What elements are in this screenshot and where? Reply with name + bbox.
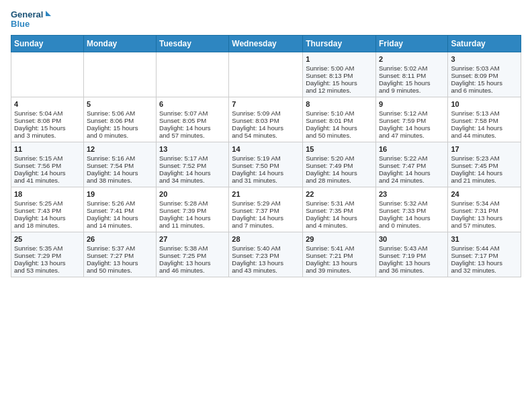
calendar-cell: 7Sunrise: 5:09 AMSunset: 8:03 PMDaylight…	[229, 97, 303, 142]
day-info: Sunrise: 5:16 AM	[87, 154, 153, 162]
day-number: 11	[14, 145, 81, 153]
day-info: Sunset: 7:37 PM	[232, 207, 300, 214]
day-info: Sunrise: 5:09 AM	[232, 109, 300, 117]
calendar-cell: 4Sunrise: 5:04 AMSunset: 8:08 PMDaylight…	[11, 97, 84, 142]
day-info: Sunset: 7:19 PM	[379, 252, 445, 259]
calendar-cell: 31Sunrise: 5:44 AMSunset: 7:17 PMDayligh…	[448, 232, 521, 277]
day-info: Daylight: 14 hours	[379, 214, 445, 222]
day-info: Daylight: 14 hours	[14, 169, 81, 177]
header: General Blue	[11, 8, 521, 31]
day-number: 14	[232, 145, 300, 153]
day-info: Daylight: 15 hours	[306, 79, 373, 87]
svg-text:Blue: Blue	[11, 19, 30, 29]
calendar-cell	[157, 52, 229, 97]
day-info: Sunset: 7:21 PM	[306, 252, 373, 259]
day-info: Sunrise: 5:17 AM	[159, 154, 226, 162]
day-info: Sunrise: 5:06 AM	[87, 109, 153, 117]
day-info: and 31 minutes.	[232, 177, 300, 184]
day-info: Sunset: 7:47 PM	[379, 162, 445, 169]
day-info: and 0 minutes.	[87, 132, 153, 139]
calendar-cell: 19Sunrise: 5:26 AMSunset: 7:41 PMDayligh…	[83, 187, 156, 232]
calendar-cell: 12Sunrise: 5:16 AMSunset: 7:54 PMDayligh…	[83, 142, 156, 187]
day-number: 12	[87, 145, 153, 153]
day-number: 29	[306, 235, 373, 243]
day-info: Sunrise: 5:34 AM	[451, 199, 518, 207]
calendar-cell: 6Sunrise: 5:07 AMSunset: 8:05 PMDaylight…	[157, 97, 229, 142]
day-info: Sunrise: 5:41 AM	[306, 244, 373, 252]
calendar-cell: 8Sunrise: 5:10 AMSunset: 8:01 PMDaylight…	[303, 97, 376, 142]
day-info: Sunset: 8:13 PM	[306, 72, 373, 79]
day-info: Sunset: 7:25 PM	[159, 252, 226, 259]
day-info: Daylight: 14 hours	[306, 169, 373, 177]
day-info: Daylight: 13 hours	[451, 214, 518, 222]
day-info: and 3 minutes.	[14, 132, 81, 139]
calendar-header-wednesday: Wednesday	[229, 36, 303, 52]
day-info: and 18 minutes.	[14, 222, 81, 229]
day-info: and 54 minutes.	[232, 132, 300, 139]
day-info: Sunrise: 5:44 AM	[451, 244, 518, 252]
day-info: Sunset: 7:52 PM	[159, 162, 226, 169]
day-info: Daylight: 14 hours	[451, 124, 518, 132]
day-info: Sunrise: 5:10 AM	[306, 109, 373, 117]
day-info: Sunrise: 5:37 AM	[87, 244, 153, 252]
calendar-cell: 11Sunrise: 5:15 AMSunset: 7:56 PMDayligh…	[11, 142, 84, 187]
day-info: Sunrise: 5:00 AM	[306, 64, 373, 72]
day-info: Sunset: 7:35 PM	[306, 207, 373, 214]
day-info: Sunset: 7:45 PM	[451, 162, 518, 169]
day-info: Sunrise: 5:43 AM	[379, 244, 445, 252]
day-info: Sunset: 7:17 PM	[451, 252, 518, 259]
day-info: and 46 minutes.	[159, 267, 226, 274]
day-info: Sunset: 7:33 PM	[379, 207, 445, 214]
logo-icon: General Blue	[11, 8, 51, 31]
day-info: Daylight: 14 hours	[232, 214, 300, 222]
day-info: Sunrise: 5:38 AM	[159, 244, 226, 252]
day-info: Sunset: 8:06 PM	[87, 117, 153, 124]
calendar-header-row: SundayMondayTuesdayWednesdayThursdayFrid…	[11, 36, 521, 52]
calendar-week-3: 11Sunrise: 5:15 AMSunset: 7:56 PMDayligh…	[11, 142, 521, 187]
day-info: Sunrise: 5:28 AM	[159, 199, 226, 207]
day-info: Daylight: 13 hours	[159, 259, 226, 267]
day-info: Daylight: 15 hours	[14, 124, 81, 132]
day-info: and 32 minutes.	[451, 267, 518, 274]
calendar: SundayMondayTuesdayWednesdayThursdayFrid…	[11, 35, 521, 277]
day-info: and 34 minutes.	[159, 177, 226, 184]
day-info: Sunset: 7:58 PM	[451, 117, 518, 124]
calendar-cell: 1Sunrise: 5:00 AMSunset: 8:13 PMDaylight…	[303, 52, 376, 97]
day-info: Sunset: 7:49 PM	[306, 162, 373, 169]
calendar-cell: 13Sunrise: 5:17 AMSunset: 7:52 PMDayligh…	[157, 142, 229, 187]
day-info: and 4 minutes.	[306, 222, 373, 229]
day-info: Daylight: 13 hours	[14, 259, 81, 267]
day-number: 1	[306, 55, 373, 63]
day-info: Sunrise: 5:25 AM	[14, 199, 81, 207]
day-number: 24	[451, 190, 518, 198]
day-info: Sunrise: 5:22 AM	[379, 154, 445, 162]
day-info: Sunset: 8:01 PM	[306, 117, 373, 124]
day-info: Daylight: 14 hours	[159, 169, 226, 177]
day-info: Sunrise: 5:23 AM	[451, 154, 518, 162]
day-info: and 7 minutes.	[232, 222, 300, 229]
calendar-cell: 14Sunrise: 5:19 AMSunset: 7:50 PMDayligh…	[229, 142, 303, 187]
calendar-week-4: 18Sunrise: 5:25 AMSunset: 7:43 PMDayligh…	[11, 187, 521, 232]
day-info: Sunrise: 5:26 AM	[87, 199, 153, 207]
day-number: 28	[232, 235, 300, 243]
day-info: and 57 minutes.	[159, 132, 226, 139]
day-info: and 12 minutes.	[306, 87, 373, 94]
day-info: and 50 minutes.	[306, 132, 373, 139]
day-info: Daylight: 13 hours	[379, 259, 445, 267]
day-info: and 11 minutes.	[159, 222, 226, 229]
calendar-cell: 28Sunrise: 5:40 AMSunset: 7:23 PMDayligh…	[229, 232, 303, 277]
day-info: Sunset: 7:59 PM	[379, 117, 445, 124]
day-info: and 38 minutes.	[87, 177, 153, 184]
calendar-header-sunday: Sunday	[11, 36, 84, 52]
day-info: Sunset: 7:31 PM	[451, 207, 518, 214]
day-info: Sunrise: 5:02 AM	[379, 64, 445, 72]
logo: General Blue	[11, 8, 51, 31]
day-info: Sunset: 8:08 PM	[14, 117, 81, 124]
calendar-cell: 2Sunrise: 5:02 AMSunset: 8:11 PMDaylight…	[375, 52, 447, 97]
day-info: Daylight: 14 hours	[306, 214, 373, 222]
day-info: Daylight: 13 hours	[451, 259, 518, 267]
day-number: 7	[232, 100, 300, 108]
day-info: and 53 minutes.	[14, 267, 81, 274]
calendar-week-2: 4Sunrise: 5:04 AMSunset: 8:08 PMDaylight…	[11, 97, 521, 142]
calendar-cell: 10Sunrise: 5:13 AMSunset: 7:58 PMDayligh…	[448, 97, 521, 142]
